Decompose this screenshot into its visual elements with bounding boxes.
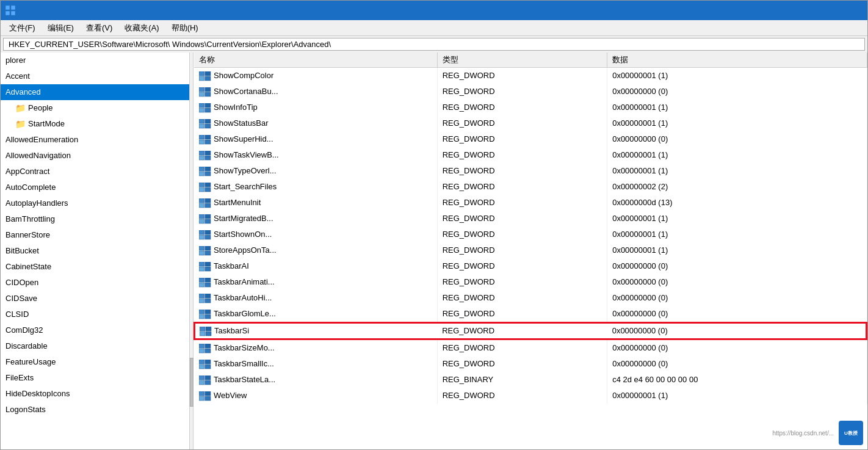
svg-rect-18 [199,124,204,128]
table-row[interactable]: TaskbarAIREG_DWORD0x00000000 (0) [194,258,867,274]
svg-rect-82 [199,380,204,385]
svg-rect-25 [205,151,211,155]
svg-rect-45 [205,230,211,234]
table-row[interactable]: TaskbarStateLa...REG_BINARYc4 2d e4 60 0… [194,372,867,388]
svg-rect-84 [199,391,204,396]
maximize-button[interactable] [806,1,834,20]
svg-rect-87 [205,396,211,401]
svg-rect-62 [199,299,204,303]
cell-name: ShowTaskViewB... [194,147,437,163]
tree-item-allowedenumeration[interactable]: AllowedEnumeration [1,132,189,148]
tree-item-cidopen[interactable]: CIDOpen [1,275,189,291]
svg-rect-0 [5,5,10,10]
menu-file[interactable]: 文件(F) [3,21,42,35]
tree-item-label: FeatureUsage [5,355,56,369]
tree-item-allowednavigation[interactable]: AllowedNavigation [1,148,189,164]
tree-item-fileexts[interactable]: FileExts [1,370,189,386]
reg-value-icon [199,261,214,270]
table-row[interactable]: StartMigratedB...REG_DWORD0x00000001 (1) [194,211,867,227]
tree-item-comdlg32[interactable]: ComDlg32 [1,322,189,338]
tree-item-bamthrottling[interactable]: BamThrottling [1,211,189,227]
svg-rect-85 [205,391,211,396]
tree-item-people[interactable]: 📁 People [1,100,189,116]
svg-rect-86 [199,396,204,401]
svg-rect-46 [199,235,204,239]
menu-view[interactable]: 查看(V) [80,21,118,35]
tree-item-logonstats[interactable]: LogonStats [1,402,189,418]
svg-rect-15 [205,108,211,112]
tree-item-discardable[interactable]: Discardable [1,338,189,354]
svg-rect-30 [199,172,204,176]
tree-item-autocomplete[interactable]: AutoComplete [1,180,189,195]
table-row[interactable]: TaskbarAnimati...REG_DWORD0x00000000 (0) [194,274,867,290]
table-row[interactable]: TaskbarGlomLe...REG_DWORD0x00000000 (0) [194,306,867,322]
reg-value-icon [199,277,214,286]
table-row[interactable]: StartMenuInitREG_DWORD0x0000000d (13) [194,195,867,211]
table-row[interactable]: Start_SearchFilesREG_DWORD0x00000002 (2) [194,179,867,195]
table-row[interactable]: ShowInfoTipREG_DWORD0x00000001 (1) [194,100,867,115]
cell-name: TaskbarAutoHi... [194,290,437,306]
cell-name: TaskbarStateLa... [194,372,437,388]
tree-item-appcontract[interactable]: AppContract [1,164,189,180]
table-row[interactable]: TaskbarAutoHi...REG_DWORD0x00000000 (0) [194,290,867,306]
table-row[interactable]: TaskbarSiREG_DWORD0x00000000 (0) [194,322,867,339]
table-row[interactable]: StoreAppsOnTa...REG_DWORD0x00000001 (1) [194,242,867,258]
tree-item-advanced[interactable]: Advanced [1,84,189,100]
svg-rect-77 [205,360,211,364]
cell-type: REG_DWORD [437,356,607,372]
cell-name-text: ShowStatusBar [214,118,269,128]
svg-rect-72 [199,344,204,348]
cell-type: REG_DWORD [437,179,607,195]
watermark-logo: U教授 [839,421,863,445]
table-row[interactable]: StartShownOn...REG_DWORD0x00000001 (1) [194,227,867,242]
svg-rect-63 [205,299,211,303]
cell-type: REG_DWORD [437,84,607,100]
menu-favorites[interactable]: 收藏夹(A) [118,21,165,35]
reg-value-icon [199,182,214,191]
tree-item-cabinetstate[interactable]: CabinetState [1,259,189,275]
svg-rect-36 [199,198,204,203]
cell-name: StoreAppsOnTa... [194,242,437,258]
svg-rect-2 [5,11,10,15]
tree-item-bitbucket[interactable]: BitBucket [1,243,189,259]
table-row[interactable]: ShowStatusBarREG_DWORD0x00000001 (1) [194,115,867,131]
table-row[interactable]: TaskbarSmallIc...REG_DWORD0x00000000 (0) [194,356,867,372]
col-type: 类型 [437,53,607,68]
address-bar[interactable]: HKEY_CURRENT_USER\Software\Microsoft\ Wi… [3,38,865,51]
minimize-button[interactable] [778,1,806,20]
tree-item-hidedesktopicons[interactable]: HideDesktopIcons [1,386,189,402]
svg-rect-26 [199,156,204,160]
svg-rect-44 [199,230,204,234]
table-row[interactable]: ShowTypeOverl...REG_DWORD0x00000001 (1) [194,163,867,179]
svg-rect-49 [205,246,211,250]
svg-rect-33 [205,183,211,187]
tree-item-plorer[interactable]: plorer [1,53,189,68]
cell-type: REG_DWORD [437,68,607,84]
table-row[interactable]: ShowCompColorREG_DWORD0x00000001 (1) [194,68,867,84]
menu-help[interactable]: 帮助(H) [165,21,204,35]
tree-item-featureusage[interactable]: FeatureUsage [1,354,189,370]
menu-edit[interactable]: 编辑(E) [42,21,80,35]
tree-item-autoplayhandlers[interactable]: AutoplayHandlers [1,195,189,211]
svg-rect-47 [205,235,211,239]
svg-rect-57 [205,278,211,282]
svg-rect-32 [199,183,204,187]
table-row[interactable]: WebViewREG_DWORD0x00000001 (1) [194,388,867,404]
reg-value-icon [199,103,214,112]
table-row[interactable]: ShowSuperHid...REG_DWORD0x00000000 (0) [194,131,867,147]
svg-rect-12 [199,103,204,107]
cell-name-text: StoreAppsOnTa... [214,245,277,255]
table-row[interactable]: ShowCortanaBu...REG_DWORD0x00000000 (0) [194,84,867,100]
tree-item-accent[interactable]: Accent [1,68,189,84]
tree-item-clsid[interactable]: CLSID [1,307,189,322]
table-header-row: 名称 类型 数据 [194,53,867,68]
table-row[interactable]: ShowTaskViewB...REG_DWORD0x00000001 (1) [194,147,867,163]
tree-item-startmode[interactable]: 📁 StartMode [1,116,189,132]
tree-item-label: CLSID [5,308,29,321]
close-button[interactable] [834,1,863,20]
table-row[interactable]: TaskbarSizeMo...REG_DWORD0x00000000 (0) [194,339,867,356]
tree-item-bannerstore[interactable]: BannerStore [1,227,189,243]
cell-name-text: TaskbarAutoHi... [214,293,272,302]
cell-type: REG_DWORD [437,195,607,211]
tree-item-cidsave[interactable]: CIDSave [1,291,189,307]
